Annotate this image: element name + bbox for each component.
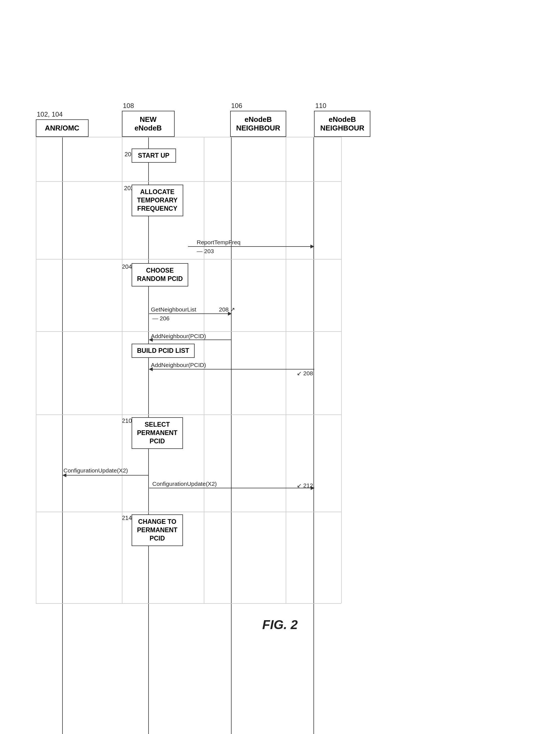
arrow-getneighbourlist-label: GetNeighbourList bbox=[151, 306, 196, 313]
entity-ref-1: 108 bbox=[123, 102, 134, 110]
entity-ref-2: 106 bbox=[231, 102, 242, 110]
arrow-configupdate-left-label: ConfigurationUpdate(X2) bbox=[64, 467, 128, 474]
col-border-3 bbox=[286, 137, 286, 603]
arrow-addneighbour2-ref: ↙ 208 bbox=[297, 370, 313, 377]
step-208-box: BUILD PCID LIST bbox=[132, 344, 195, 358]
arrow-addneighbour2-label: AddNeighbour(PCID) bbox=[151, 362, 206, 368]
section-border-2 bbox=[36, 259, 341, 260]
arrow-addneighbour2-line bbox=[149, 369, 314, 369]
entity-box-enodeb-neighbour-106: eNodeBNEIGHBOUR bbox=[230, 111, 287, 137]
arrow-configupdate-right-line bbox=[149, 488, 314, 488]
entity-ref-0: 102, 104 bbox=[37, 110, 63, 118]
arrow-configupdate-right-label: ConfigurationUpdate(X2) bbox=[152, 481, 217, 487]
step-204-box: CHOOSERANDOM PCID bbox=[132, 263, 189, 286]
entity-box-new-enodeb: NEWeNodeB bbox=[122, 111, 175, 137]
col-border-right bbox=[341, 137, 342, 603]
lifeline-2 bbox=[231, 137, 232, 734]
arrow-configupdate-left-line bbox=[63, 475, 149, 476]
section-border-0 bbox=[36, 137, 341, 137]
step-200-box: START UP bbox=[132, 149, 176, 163]
sequence-body: 200 START UP 202 ALLOCATETEMPORARYFREQUE… bbox=[36, 137, 358, 609]
lifeline-0 bbox=[62, 137, 63, 734]
step-204-ref: 204 bbox=[122, 263, 132, 270]
col-border-left bbox=[36, 137, 36, 603]
arrow-reporttempfreq-line bbox=[188, 246, 314, 247]
arrow-getneighbourlist-ref: — 206 bbox=[152, 315, 170, 322]
arrow-getneighbourlist-line bbox=[149, 313, 232, 314]
entity-ref-3: 110 bbox=[315, 102, 326, 110]
col-border-2 bbox=[204, 137, 204, 603]
section-border-1 bbox=[36, 181, 341, 182]
section-border-5 bbox=[36, 512, 341, 512]
arrow-getneighbourlist-208-ref: 208 ↗ bbox=[219, 306, 235, 313]
arrow-reporttempfreq-ref: — 203 bbox=[197, 248, 214, 255]
diagram-container: 102, 104 ANR/OMC 108 NEWeNodeB 106 eNode… bbox=[30, 102, 530, 632]
step-202-box: ALLOCATETEMPORARYFREQUENCY bbox=[132, 185, 183, 216]
step-214-box: CHANGE TOPERMANENTPCID bbox=[132, 514, 183, 546]
entity-box-anromc: ANR/OMC bbox=[36, 119, 89, 137]
step-210-ref: 210 bbox=[122, 417, 132, 424]
figure-label: FIG. 2 bbox=[30, 617, 530, 632]
arrow-reporttempfreq-label: ReportTempFreq bbox=[197, 239, 241, 246]
arrow-addneighbour1-line bbox=[149, 340, 232, 340]
step-210-box: SELECTPERMANENTPCID bbox=[132, 417, 183, 449]
arrow-configupdate-right-ref: ↙ 212 bbox=[297, 482, 313, 489]
arrow-addneighbour1-label: AddNeighbour(PCID) bbox=[151, 333, 206, 340]
col-border-1 bbox=[122, 137, 122, 603]
section-border-3 bbox=[36, 331, 341, 332]
section-border-4 bbox=[36, 414, 341, 415]
step-214-ref: 214 bbox=[122, 514, 132, 522]
section-border-6 bbox=[36, 603, 341, 604]
entity-box-enodeb-neighbour-110: eNodeBNEIGHBOUR bbox=[314, 111, 370, 137]
lifeline-3 bbox=[313, 137, 314, 734]
